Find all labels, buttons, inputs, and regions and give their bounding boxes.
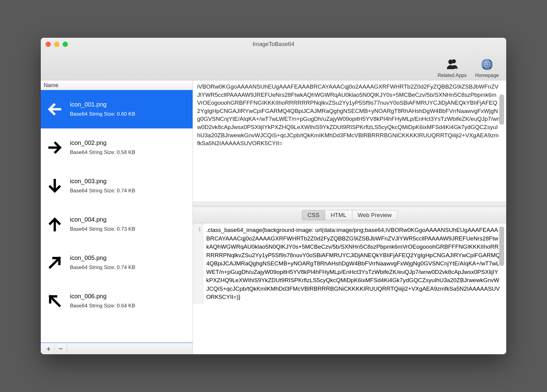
list-footer: + − — [41, 342, 193, 354]
scrollbar-vertical[interactable] — [498, 82, 505, 201]
base64-text: iVBORw0KGgoAAAANSUhEUgAAAFEAAABRCAYAAACq… — [197, 83, 500, 146]
list-item[interactable]: icon_001.pngBase64 String Size: 0.60 KB — [41, 90, 193, 128]
list-item-text: icon_005.pngBase64 String Size: 0.74 KB — [70, 254, 135, 271]
list-item-subtitle: Base64 String Size: 0.74 KB — [70, 188, 135, 194]
list-item[interactable]: icon_006.pngBase64 String Size: 0.64 KB — [41, 282, 193, 320]
people-icon — [445, 58, 459, 72]
list-item-title: icon_004.png — [70, 216, 135, 223]
list-item-text: icon_002.pngBase64 String Size: 0.58 KB — [70, 139, 135, 156]
arrow-up-icon — [46, 215, 64, 233]
arrow-nw-icon — [46, 292, 64, 310]
arrow-right-icon — [46, 138, 64, 157]
list-item-text: icon_004.pngBase64 String Size: 0.73 KB — [70, 216, 135, 232]
list-item-subtitle: Base64 String Size: 0.58 KB — [70, 149, 135, 156]
tab-web-preview[interactable]: Web Preview — [352, 210, 398, 220]
arrow-left-icon — [46, 100, 64, 118]
line-gutter: 1 — [193, 223, 203, 304]
list-item-title: icon_002.png — [70, 139, 135, 146]
list-item-subtitle: Base64 String Size: 0.60 KB — [70, 111, 135, 117]
add-button[interactable]: + — [43, 344, 55, 354]
list-item[interactable]: icon_004.pngBase64 String Size: 0.73 KB — [41, 205, 193, 243]
detail-pane: iVBORw0KGgoAAAANSUhEUgAAAFEAAABRCAYAAACq… — [193, 80, 506, 354]
code-text: .class_base64_image{background-image: ur… — [203, 223, 506, 304]
title-bar: ImageToBase64 Related Apps Homepage — [41, 38, 506, 80]
list-item[interactable]: icon_002.pngBase64 String Size: 0.58 KB — [41, 128, 193, 167]
split-grip-icon — [348, 203, 351, 206]
arrow-ne-icon — [46, 254, 64, 272]
list-item-title: icon_003.png — [70, 178, 135, 185]
split-handle[interactable] — [193, 202, 506, 207]
list-item-text: icon_006.pngBase64 String Size: 0.64 KB — [70, 293, 135, 309]
list-item-title: icon_001.png — [70, 101, 135, 108]
sidebar: Name icon_001.pngBase64 String Size: 0.6… — [41, 80, 193, 354]
base64-output[interactable]: iVBORw0KGgoAAAANSUhEUgAAAFEAAABRCAYAAACq… — [193, 80, 506, 202]
scrollbar-thumb[interactable] — [499, 226, 504, 266]
window-title: ImageToBase64 — [41, 41, 506, 47]
related-apps-button[interactable]: Related Apps — [438, 58, 467, 78]
tab-css[interactable]: CSS — [302, 210, 325, 220]
homepage-button[interactable]: Homepage — [475, 58, 499, 78]
code-output[interactable]: 1 .class_base64_image{background-image: … — [193, 223, 506, 354]
segmented-control: CSS HTML Web Preview — [302, 210, 397, 220]
list-item-title: icon_006.png — [70, 293, 135, 300]
related-apps-label: Related Apps — [438, 73, 467, 78]
homepage-label: Homepage — [475, 73, 499, 78]
remove-button[interactable]: − — [55, 344, 67, 354]
tab-html[interactable]: HTML — [325, 210, 352, 220]
app-window: ImageToBase64 Related Apps Homepage Name… — [41, 38, 506, 354]
list-item-subtitle: Base64 String Size: 0.73 KB — [70, 226, 135, 232]
list-item-title: icon_005.png — [70, 254, 135, 261]
scrollbar-thumb[interactable] — [499, 94, 504, 125]
file-list[interactable]: icon_001.pngBase64 String Size: 0.60 KBi… — [41, 90, 193, 342]
toolbar: Related Apps Homepage — [438, 58, 499, 78]
list-item[interactable]: icon_005.pngBase64 String Size: 0.74 KB — [41, 243, 193, 282]
content-area: Name icon_001.pngBase64 String Size: 0.6… — [41, 80, 506, 354]
column-header-name[interactable]: Name — [41, 80, 193, 90]
scrollbar-vertical[interactable] — [498, 225, 505, 353]
svg-point-1 — [452, 59, 456, 63]
list-item-subtitle: Base64 String Size: 0.64 KB — [70, 303, 135, 309]
list-item-subtitle: Base64 String Size: 0.74 KB — [70, 264, 135, 271]
list-item[interactable]: icon_003.pngBase64 String Size: 0.74 KB — [41, 167, 193, 205]
list-item-text: icon_003.pngBase64 String Size: 0.74 KB — [70, 178, 135, 194]
list-item-text: icon_001.pngBase64 String Size: 0.60 KB — [70, 101, 135, 117]
globe-icon — [480, 58, 494, 72]
arrow-down-icon — [46, 177, 64, 195]
line-number: 1 — [198, 226, 201, 232]
output-tabs: CSS HTML Web Preview — [193, 207, 506, 223]
